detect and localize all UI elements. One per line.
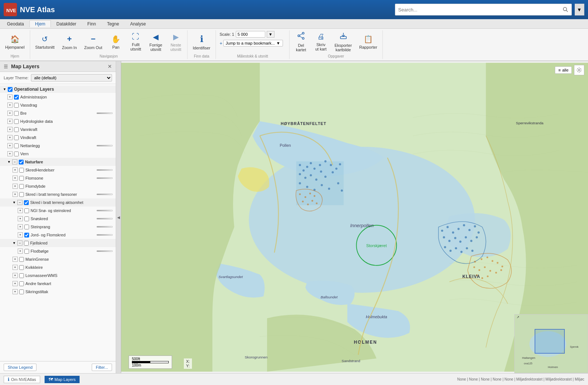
slider-steinprang[interactable] [97,226,113,228]
slider-flomsone[interactable] [97,177,113,179]
cb-vassdrag[interactable] [14,103,19,108]
expand-administrasjon[interactable]: + [7,94,13,100]
expand-sikringstiltak[interactable]: + [13,289,18,294]
cb-flodbbolge[interactable] [24,249,29,254]
tab-geodata[interactable]: Geodata [1,20,29,27]
cb-flomsone[interactable] [19,176,24,181]
zoom-in-button[interactable]: + Zoom In [59,31,80,53]
skriv-ut-button[interactable]: 🖨 Skrivut kart [312,31,330,53]
fullt-utsnitt-button[interactable]: ⛶ Fulltutsnitt [126,31,145,53]
cb-naturfare[interactable] [19,160,24,164]
slider-bre[interactable] [97,112,113,114]
expand-hydrologiske[interactable]: + [7,119,13,124]
startutsnitt-button[interactable]: ↺ Startutsnitt [32,31,58,53]
cb-operational[interactable] [8,87,13,92]
del-kartet-button[interactable]: Delkartet [292,31,310,53]
jump-bookmark-button[interactable]: Jump to a map bookmark... ▼ [223,40,283,46]
show-legend-button[interactable]: Show Legend [4,364,36,371]
search-input[interactable] [398,7,563,13]
cb-vern[interactable] [14,152,19,156]
expand-jord-flom[interactable]: + [18,232,23,237]
forrige-utsnitt-button[interactable]: ◀ Forrigeutsnitt [146,31,165,53]
expand-vindkraft[interactable]: + [7,135,13,140]
slider-flodbbolge[interactable] [97,250,113,252]
cb-snoskvred[interactable] [24,216,29,221]
zoom-plus-btn[interactable]: + [220,41,223,46]
tab-hjem[interactable]: Hjem [29,20,51,27]
label-losmasserwms: LosmasseerWMS [25,273,113,278]
tab-finn[interactable]: Finn [82,20,101,27]
expand-andre-farekart[interactable]: + [13,281,18,286]
cb-flomdybde[interactable] [19,184,24,189]
cb-skred-aktsomhet[interactable] [24,200,29,205]
neste-utsnitt-button[interactable]: ▶ Nesteutsnitt [167,31,185,53]
cb-bre[interactable] [14,111,19,116]
filter-button[interactable]: Filter... [92,364,112,371]
identifiser-button[interactable]: ℹ Identifiser [190,31,213,53]
expand-vassdrag[interactable]: + [7,103,13,108]
expand-flomdybde[interactable]: + [13,184,18,189]
expand-skred-fare[interactable]: + [13,192,18,197]
rapporter-button[interactable]: 📋 Rapporter [356,31,380,53]
scale-dropdown-btn[interactable]: ▼ [267,31,274,38]
slider-nettanlegg[interactable] [97,145,113,146]
layer-theme-select[interactable]: alle (default) Flom Skred Vann [31,74,112,81]
tab-datakilder[interactable]: Datakilder [51,20,82,27]
slider-jord-flom[interactable] [97,234,113,236]
expand-snoskvred[interactable]: + [18,216,23,221]
cb-vindkraft[interactable] [14,135,19,140]
cb-hydrologiske[interactable] [14,119,19,124]
expand-vern[interactable]: + [7,151,13,156]
cb-ngi[interactable] [24,208,29,213]
expand-maringrense[interactable]: + [13,257,18,262]
expand-nettanlegg[interactable]: + [7,143,13,148]
cb-kvikkleire[interactable] [19,265,24,270]
svg-point-95 [578,69,580,71]
map-settings-button[interactable] [574,65,584,75]
expand-skredhendelser[interactable]: + [13,167,18,173]
cb-fjellskred[interactable] [24,241,29,246]
statusbar-om-nveatlas[interactable]: ℹ Om NVEAtlas [4,376,40,383]
expand-flomsone[interactable]: + [13,176,18,181]
slider-snoskvred[interactable] [97,218,113,219]
expand-losmasserwms[interactable]: + [13,273,18,278]
scale-input[interactable] [236,31,265,38]
expand-vannkraft[interactable]: + [7,127,13,132]
zoom-out-button[interactable]: − Zoom Out [81,31,105,53]
eksporter-button[interactable]: Eksporterkartbilde [332,31,355,53]
pan-button[interactable]: ✋ Pan [106,31,125,53]
cb-skredhendelser[interactable] [19,168,24,173]
expand-fjellskred[interactable]: − [17,240,22,246]
search-button[interactable] [563,7,568,13]
cb-vannkraft[interactable] [14,127,19,132]
cb-losmasserwms[interactable] [19,273,24,278]
map-area[interactable]: Storskjæret HØYBRÅTENFELTET Pollen Inner… [121,61,588,373]
slider-skred-fare[interactable] [97,194,113,195]
expand-bre[interactable]: + [7,111,13,116]
cb-nettanlegg[interactable] [14,143,19,148]
statusbar-map-layers[interactable]: 🗺 Map Layers [45,376,80,383]
section-operational[interactable]: ▼ Operational Layers [0,86,116,93]
sidebar-toggle-button[interactable]: ◀ [116,61,121,373]
cb-jord-flom[interactable] [24,233,29,237]
sidebar-close-button[interactable]: ✕ [108,63,112,69]
expand-steinprang[interactable]: + [18,224,23,229]
hjempanel-button[interactable]: 🏠 Hjempanel [2,31,28,53]
expand-flodbbolge[interactable]: + [18,249,23,254]
slider-ngi[interactable] [97,210,113,211]
expand-skred-aktsomhet[interactable]: − [17,200,22,205]
expand-naturfare[interactable]: − [12,159,17,164]
cb-andre-farekart[interactable] [19,281,24,286]
tab-analyse[interactable]: Analyse [125,20,151,27]
cb-steinprang[interactable] [24,225,29,229]
expand-ngi[interactable]: + [18,208,23,213]
tab-tegne[interactable]: Tegne [101,20,125,27]
cb-skred-fare[interactable] [19,192,24,197]
slider-skredhendelser[interactable] [97,169,113,171]
layer-visibility-button[interactable]: ≡ alle [555,66,572,74]
search-dropdown-button[interactable]: ▼ [575,4,584,15]
cb-administrasjon[interactable] [14,95,19,100]
cb-sikringstiltak[interactable] [19,289,24,294]
expand-kvikkleire[interactable]: + [13,265,18,270]
cb-maringrense[interactable] [19,257,24,262]
